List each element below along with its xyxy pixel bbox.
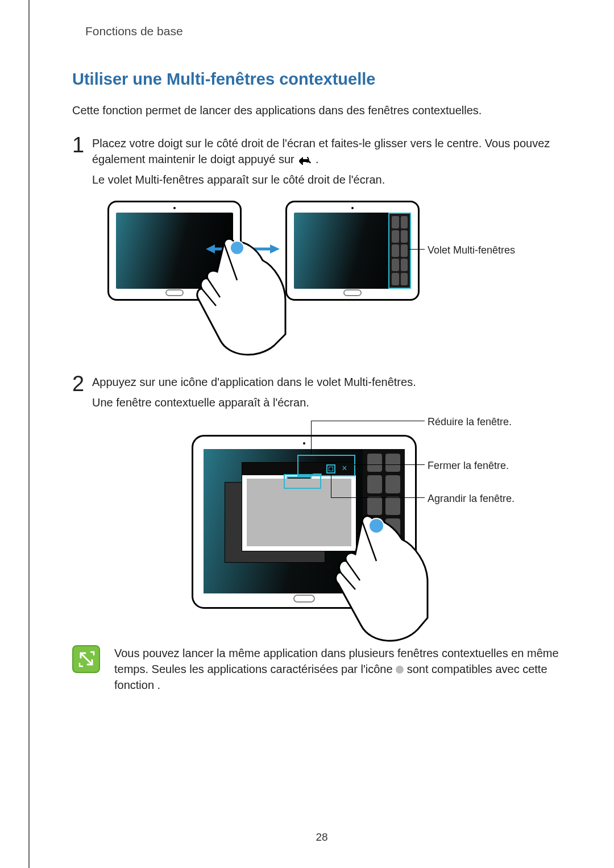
page-number: 28 — [316, 830, 327, 845]
highlight-handle — [284, 474, 321, 489]
step1-text-b: . — [316, 153, 319, 165]
svg-point-5 — [230, 241, 244, 255]
multiwindow-panel — [388, 213, 411, 289]
intro-text: Cette fonction permet de lancer des appl… — [72, 102, 571, 118]
svg-point-6 — [369, 518, 384, 533]
step1-text-a: Placez votre doigt sur le côté droit de … — [92, 137, 550, 165]
callout-panel-label: Volet Multi-fenêtres — [428, 243, 515, 258]
step1-line1: Placez votre doigt sur le côté droit de … — [92, 135, 571, 167]
figure-2: × Réduire la fenêtre. Fermer la fenêtre.… — [72, 421, 571, 642]
section-header: Fonctions de base — [85, 23, 571, 39]
step-number-1: 1 — [72, 134, 92, 156]
compat-indicator-icon — [396, 666, 404, 674]
note-text: Vous pouvez lancer la même application d… — [114, 645, 571, 693]
tablet-illustration-right — [285, 201, 420, 301]
step2-line2: Une fenêtre contextuelle apparaît à l'éc… — [92, 394, 571, 410]
callout-maximize: Agrandir la fenêtre. — [428, 492, 515, 506]
back-icon — [297, 155, 312, 165]
callout-close: Fermer la fenêtre. — [428, 459, 509, 473]
page-title: Utiliser une Multi-fenêtres contextuelle — [72, 68, 571, 91]
figure-1: Volet Multi-fenêtres — [72, 201, 571, 363]
highlight-titlebar — [297, 455, 355, 476]
step2-line1: Appuyez sur une icône d'application dans… — [92, 374, 571, 390]
note-icon — [72, 645, 100, 673]
hand-tap-icon — [322, 509, 436, 651]
callout-minimize: Réduire la fenêtre. — [428, 415, 512, 429]
step-number-2: 2 — [72, 373, 92, 394]
hand-gesture-icon — [189, 232, 297, 363]
step1-line2: Le volet Multi-fenêtres apparaît sur le … — [92, 172, 571, 188]
note-box: Vous pouvez lancer la même application d… — [72, 645, 571, 693]
svg-marker-0 — [299, 157, 303, 164]
